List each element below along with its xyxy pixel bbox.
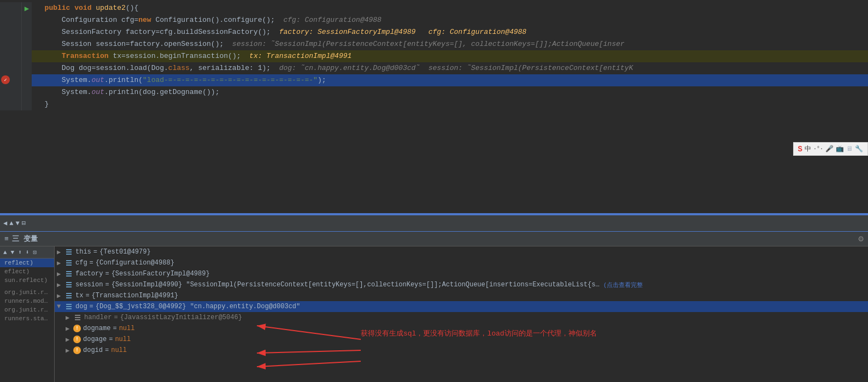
see-full-session[interactable]: (点击查看完整: [603, 281, 643, 289]
var-cfg[interactable]: ▶ cfg = {Configuration@4988}: [55, 257, 868, 268]
var-val-this: {Test01@4979}: [99, 248, 151, 256]
expand-handler[interactable]: ▶: [66, 314, 73, 322]
line-gutter-9: [0, 98, 22, 110]
sidebar-btn-1[interactable]: ▲: [2, 248, 8, 257]
var-this[interactable]: ▶ this = {Test01@4979}: [55, 246, 868, 257]
line-content-8: System.out.println(dog.getDogname());: [32, 86, 868, 98]
var-icon-line-d1: [66, 304, 72, 305]
line-marker-9: [22, 98, 32, 110]
code-line-9: }: [0, 98, 868, 110]
var-name-tx: tx: [75, 292, 83, 299]
var-eq-session: =: [105, 281, 109, 289]
sidebar-btn-3[interactable]: ⬆: [17, 248, 23, 257]
debug-section: ◀ ▲ ▼ ⊟ ≡ 三 变量 ⚙ ▲ ▼ ⬆ ⬇ ⊡: [0, 215, 868, 382]
warning-dogage: !: [73, 336, 81, 343]
var-dogname[interactable]: ▶ ! dogname = null: [55, 323, 868, 334]
var-val-session: {SessionImpl@4990} "SessionImpl(Persiste…: [112, 281, 603, 289]
var-icon-handler: [73, 314, 82, 321]
expand-factory[interactable]: ▶: [57, 270, 64, 278]
expand-dog[interactable]: ▼: [57, 303, 64, 310]
var-icon-line-s1: [66, 282, 72, 283]
var-tx[interactable]: ▶ tx = {TransactionImpl@4991}: [55, 290, 868, 301]
var-dog[interactable]: ▼ dog = {Dog_$$_jvst328_0@4992} "cn.happ…: [55, 301, 868, 312]
var-val-cfg: {Configuration@4988}: [96, 259, 174, 267]
sidebar-item-junit4[interactable]: runners.statemen: [0, 314, 54, 323]
sidebar-item-junit2[interactable]: runners.model): [0, 297, 54, 305]
line-gutter-2: [0, 14, 22, 26]
var-name-cfg: cfg: [75, 259, 87, 267]
var-dogage[interactable]: ▶ ! dogage = null: [55, 334, 868, 345]
debug-sidebar-toolbar: ▲ ▼ ⬆ ⬇ ⊡: [0, 246, 54, 258]
line-marker-5: [22, 50, 32, 62]
var-val-dogid: null: [111, 346, 127, 354]
code-line-7: ✓ System.out.println("load-=-=-=-=-=-=-=…: [0, 74, 868, 86]
line-content-3: SessionFactory factory=cfg.buildSessionF…: [32, 26, 868, 38]
var-icon-lines-tx: [66, 293, 72, 298]
var-factory[interactable]: ▶ factory = {SessionFactoryImpl@4989}: [55, 268, 868, 279]
var-eq-factory: =: [105, 270, 109, 278]
var-icon-line-f3: [66, 275, 72, 277]
var-name-dogage: dogage: [83, 336, 107, 343]
code-line-5: Transaction tx=session.beginTransaction(…: [0, 50, 868, 62]
sidebar-item-junit3[interactable]: org.junit.runners.mo: [0, 305, 54, 314]
up-icon[interactable]: ▲: [9, 220, 13, 227]
code-line-4: Session session=factory.openSession(); s…: [0, 38, 868, 50]
sogou-tool2: 🔧: [855, 145, 863, 153]
var-name-this: this: [75, 248, 91, 256]
settings-icon[interactable]: ⚙: [858, 233, 864, 244]
line-content-5: Transaction tx=session.beginTransaction(…: [32, 50, 868, 62]
expand-session[interactable]: ▶: [57, 281, 64, 289]
down-icon[interactable]: ▼: [15, 220, 19, 227]
var-list: ▶ this = {Test01@4979}: [55, 246, 868, 382]
line-gutter-6: [0, 62, 22, 74]
var-eq-dogage: =: [109, 336, 113, 343]
line-gutter-7: ✓: [0, 74, 22, 86]
expand-this[interactable]: ▶: [57, 248, 64, 256]
variables-panel: ▶ this = {Test01@4979}: [55, 246, 868, 382]
var-dogid[interactable]: ▶ ! dogid = null: [55, 345, 868, 356]
sidebar-item-reflect2[interactable]: eflect): [0, 267, 54, 276]
code-line-6: Dog dog=session.load(Dog.class, serializ…: [0, 62, 868, 74]
var-icon-line-h2: [75, 317, 80, 318]
expand-dogage[interactable]: ▶: [66, 336, 73, 344]
sogou-bar: S 中 ·°· 🎤 📺 🖥 🔧: [793, 142, 868, 156]
sogou-cn: 中: [805, 144, 811, 154]
var-eq-dogname: =: [113, 325, 116, 332]
expand-cfg[interactable]: ▶: [57, 259, 64, 267]
var-icon-lines-cfg: [66, 260, 72, 266]
line-marker-4: [22, 38, 32, 50]
expand-dogname[interactable]: ▶: [66, 325, 73, 333]
line-marker-8: [22, 86, 32, 98]
var-name-dogid: dogid: [83, 346, 103, 354]
sidebar-item-sunreflect[interactable]: sun.reflect): [0, 276, 54, 285]
table-icon[interactable]: ⊟: [22, 219, 26, 227]
line-marker-7: [22, 74, 32, 86]
sidebar-item-reflect[interactable]: reflect): [0, 258, 54, 267]
line-gutter-1: [0, 2, 22, 14]
var-icon-line-d3: [66, 308, 72, 309]
var-icon-lines-session: [66, 282, 72, 287]
var-val-tx: {TransactionImpl@4991}: [92, 292, 178, 299]
sidebar-btn-2[interactable]: ▼: [10, 248, 16, 257]
line-content-2: Configuration cfg=new Configuration().co…: [32, 14, 868, 26]
var-icon-line2: [66, 251, 72, 252]
var-icon-line-s3: [66, 286, 72, 287]
expand-dogid[interactable]: ▶: [66, 346, 73, 355]
sidebar-btn-4[interactable]: ⬇: [25, 248, 31, 257]
sogou-tool1: 🖥: [846, 145, 853, 153]
expand-tx[interactable]: ▶: [57, 292, 64, 300]
code-line-2: Configuration cfg=new Configuration().co…: [0, 14, 868, 26]
line-marker-2: [22, 14, 32, 26]
sidebar-btn-5[interactable]: ⊡: [32, 248, 38, 257]
var-val-handler: {JavassistLazyInitializer@5046}: [120, 314, 242, 321]
var-icon-line-h1: [75, 315, 80, 316]
debug-sidebar: ▲ ▼ ⬆ ⬇ ⊡ reflect) eflect) sun.reflect) …: [0, 246, 55, 382]
sidebar-item-junit1[interactable]: org.junit.runners.m: [0, 288, 54, 297]
line-marker-6: [22, 62, 32, 74]
var-name-session: session: [75, 281, 103, 289]
var-icon-factory: [64, 270, 73, 278]
collapse-icon[interactable]: ◀: [3, 219, 7, 227]
debug-content: ▲ ▼ ⬆ ⬇ ⊡ reflect) eflect) sun.reflect) …: [0, 246, 868, 382]
var-session[interactable]: ▶ session = {SessionImpl@4990} "SessionI…: [55, 279, 868, 290]
var-handler[interactable]: ▶ handler = {JavassistLazyInitializer@50…: [55, 312, 868, 323]
